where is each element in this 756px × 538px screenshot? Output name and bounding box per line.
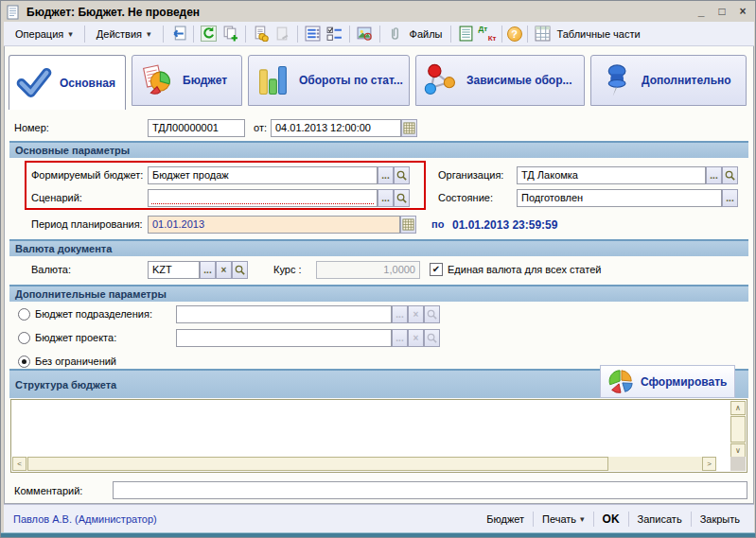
scenario-select-button[interactable]: ... <box>378 189 394 207</box>
organization-select-button[interactable]: ... <box>706 166 722 184</box>
budget-bottom-button-label: Бюджет <box>486 513 524 525</box>
state-select-button[interactable]: ... <box>722 189 738 207</box>
close-form-button[interactable]: Закрыть <box>692 513 748 525</box>
tab-dependent-turnovers[interactable]: Зависимые обор... <box>415 55 585 106</box>
forming-budget-open-button[interactable] <box>394 166 410 184</box>
forming-budget-field[interactable]: Бюджет продаж <box>148 166 378 184</box>
help-button[interactable]: ? <box>507 26 522 42</box>
no-restrictions-radio[interactable] <box>18 356 30 368</box>
currency-open-button[interactable] <box>232 261 248 279</box>
department-budget-open-button[interactable] <box>424 305 440 323</box>
single-currency-label[interactable]: Единая валюта для всех статей <box>448 264 601 275</box>
copy-button[interactable] <box>220 24 240 43</box>
scenario-open-button[interactable] <box>394 189 410 207</box>
organization-open-button[interactable] <box>722 166 738 184</box>
magnifier-icon <box>396 169 408 182</box>
project-budget-select-button[interactable]: ... <box>392 329 408 347</box>
files-label[interactable]: Файлы <box>407 28 446 40</box>
department-budget-radio[interactable] <box>18 308 30 321</box>
currency-select-button[interactable]: ... <box>200 261 216 279</box>
close-button[interactable]: × <box>735 5 750 19</box>
maximize-button[interactable]: □ <box>714 5 730 19</box>
period-calendar-button[interactable] <box>400 216 416 234</box>
generate-button[interactable]: Сформировать <box>600 365 735 398</box>
department-budget-clear-button[interactable]: × <box>408 305 424 323</box>
tabular-parts-label[interactable]: Табличные части <box>554 28 643 40</box>
marked-list-icon <box>326 26 343 42</box>
project-budget-open-button[interactable] <box>424 329 440 347</box>
print-button-label: Печать <box>542 513 576 525</box>
kt-label: Кт <box>488 35 497 43</box>
refresh-button[interactable] <box>199 24 219 43</box>
department-budget-label[interactable]: Бюджет подразделения: <box>35 308 152 320</box>
horizontal-scroll-thumb[interactable] <box>27 457 608 471</box>
unpost-document-button[interactable] <box>273 24 292 43</box>
state-field[interactable]: Подготовлен <box>517 189 722 207</box>
scroll-left-button[interactable]: < <box>12 457 26 471</box>
forming-budget-label: Формируемый бюджет: <box>31 169 143 181</box>
forming-budget-select-button[interactable]: ... <box>378 166 394 184</box>
scenario-label: Сценарий: <box>31 192 82 203</box>
dtkt-button[interactable]: Дт Кт <box>478 26 497 43</box>
number-field[interactable]: ТДЛ00000001 <box>148 119 245 137</box>
scroll-up-button[interactable]: ∧ <box>730 401 746 415</box>
checkmark-icon <box>15 64 53 102</box>
organization-field[interactable]: ТД Лакомка <box>517 166 706 184</box>
date-field[interactable]: 04.01.2013 12:00:00 <box>271 119 401 137</box>
section-main-parameters: Основные параметры <box>9 141 748 158</box>
date-calendar-button[interactable] <box>401 119 417 137</box>
attach-files-button[interactable] <box>385 24 405 43</box>
budget-structure-panel[interactable]: ∧ ∨ < > <box>10 399 747 473</box>
minimize-button[interactable]: _ <box>694 5 709 19</box>
vertical-scrollbar[interactable]: ∧ ∨ <box>730 401 746 458</box>
marked-list-button[interactable] <box>325 24 344 43</box>
single-currency-checkbox[interactable]: ✔ <box>430 263 443 276</box>
number-label: Номер: <box>14 122 49 133</box>
picture-button[interactable] <box>355 24 375 43</box>
scrollbar-corner <box>730 457 746 471</box>
vertical-scroll-thumb[interactable] <box>730 416 746 443</box>
toolbar-separator <box>84 26 85 43</box>
post-document-button[interactable] <box>251 24 271 43</box>
calendar-icon <box>403 122 415 134</box>
tab-turnovers[interactable]: Обороты по стат... <box>248 55 410 106</box>
ok-button[interactable]: OK <box>594 512 628 526</box>
operation-menu-button[interactable]: Операция ▾ <box>9 26 79 42</box>
report-button[interactable] <box>456 24 476 43</box>
scroll-down-button[interactable]: ∨ <box>730 443 746 458</box>
project-budget-label[interactable]: Бюджет проекта: <box>35 332 116 343</box>
horizontal-scrollbar[interactable]: < > <box>12 457 716 471</box>
dt-label: Дт <box>479 26 488 33</box>
project-budget-field[interactable] <box>176 329 392 347</box>
tab-budget[interactable]: Бюджет <box>132 55 242 106</box>
tab-main[interactable]: Основная <box>9 55 126 110</box>
magnifier-icon <box>426 308 438 321</box>
scenario-field[interactable] <box>148 189 378 207</box>
comment-field[interactable] <box>113 481 747 499</box>
actions-menu-button[interactable]: Действия ▾ <box>90 26 158 42</box>
tabular-parts-button[interactable] <box>533 24 553 43</box>
rate-field[interactable]: 1,0000 <box>316 261 420 279</box>
project-budget-radio[interactable] <box>18 332 30 344</box>
project-budget-clear-button[interactable]: × <box>408 329 424 347</box>
print-button[interactable]: Печать▾ <box>534 513 593 525</box>
magnifier-icon <box>426 332 438 344</box>
titlebar[interactable]: Бюджет: Бюджет. Не проведен _ □ × <box>4 3 754 21</box>
currency-field[interactable]: KZT <box>148 261 200 279</box>
tab-additional[interactable]: Дополнительно <box>590 55 747 106</box>
save-button[interactable]: Записать <box>629 513 691 525</box>
list-structure-button[interactable] <box>303 24 323 43</box>
magnifier-icon <box>724 169 736 182</box>
department-budget-field[interactable] <box>176 305 392 323</box>
horizontal-scroll-track[interactable] <box>609 457 702 471</box>
toolbar-separator <box>349 26 350 43</box>
department-budget-select-button[interactable]: ... <box>392 305 408 323</box>
planning-period-field[interactable]: 01.01.2013 <box>148 216 400 234</box>
refresh-icon <box>201 26 217 42</box>
no-restrictions-label[interactable]: Без ограничений <box>35 356 116 367</box>
status-user: Павлов А.В. (Администратор) <box>9 513 157 525</box>
reread-button[interactable] <box>168 24 188 43</box>
currency-clear-button[interactable]: × <box>216 261 232 279</box>
scroll-right-button[interactable]: > <box>702 457 716 471</box>
budget-bottom-button[interactable]: Бюджет <box>478 513 533 525</box>
